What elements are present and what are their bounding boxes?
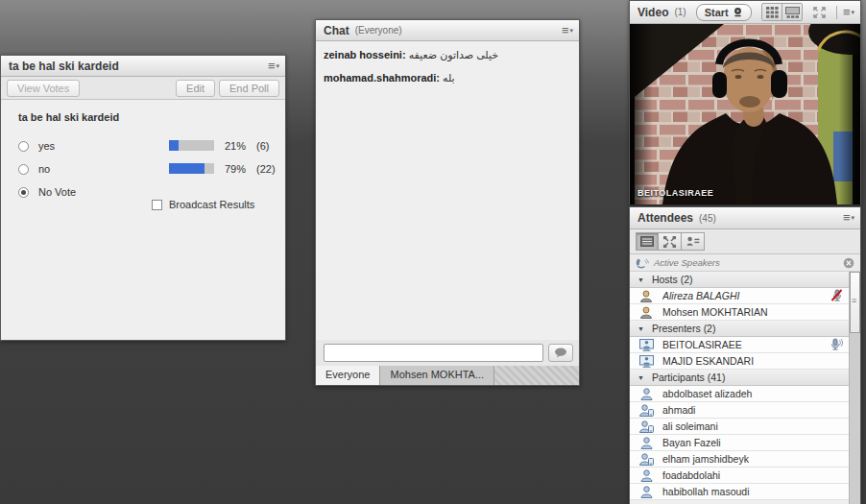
attendees-scrollbar[interactable] [849, 272, 860, 504]
chat-tabs: EveryoneMohsen MOKHTA... [316, 366, 579, 385]
attendee-group-header[interactable]: ▼Hosts (2) [630, 272, 849, 288]
filmstrip-view-button[interactable] [782, 4, 802, 20]
edit-poll-button[interactable]: Edit [176, 80, 215, 97]
attendee-group-header[interactable]: ▼Participants (41) [630, 370, 849, 386]
meeting-stage: ta be hal ski kardeid ≡▾ View Votes Edit… [0, 0, 866, 504]
video-pod: Video (1) Start [629, 0, 861, 204]
participant-icon [638, 437, 654, 449]
attendee-group-header[interactable]: ▼Presenters (2) [630, 321, 849, 337]
broadcast-results-control[interactable]: Broadcast Results [152, 199, 254, 210]
fullscreen-button[interactable] [810, 4, 829, 20]
webcam-icon [733, 7, 743, 17]
active-speakers-bar: Active Speakers [630, 254, 860, 272]
start-webcam-label: Start [705, 7, 729, 18]
chat-menu-icon[interactable]: ≡▾ [562, 26, 573, 36]
webcam-video-frame [630, 24, 860, 204]
video-view-toggle [761, 3, 803, 21]
attendee-card-view-button[interactable] [682, 232, 705, 251]
mic-muted-icon [830, 289, 843, 303]
broadcast-results-label: Broadcast Results [169, 199, 254, 210]
collapse-triangle-icon[interactable]: ▼ [637, 325, 644, 332]
attendee-row[interactable]: MAJID ESKANDARI [630, 353, 849, 370]
attendee-list-view-button[interactable] [636, 232, 659, 251]
poll-option-radio[interactable] [18, 141, 29, 152]
end-poll-button[interactable]: End Poll [219, 80, 279, 97]
chat-pod-header: Chat (Everyone) ≡▾ [316, 20, 579, 41]
attendees-pod-header: Attendees (45) ≡▾ [630, 207, 860, 229]
close-icon[interactable] [843, 257, 854, 269]
video-speaker-label: BEITOLASIRAEE [637, 188, 713, 198]
poll-result-bar [169, 140, 214, 151]
attendee-row[interactable]: ali soleimani [630, 419, 849, 435]
poll-option-radio[interactable] [18, 187, 29, 198]
attendees-menu-icon[interactable]: ≡▾ [843, 213, 854, 223]
fullscreen-icon [813, 7, 826, 18]
poll-option-label: yes [38, 140, 55, 152]
participant-mobile-icon [638, 453, 654, 466]
chat-message-text: بله [443, 72, 455, 84]
chat-send-button[interactable] [548, 344, 573, 362]
grid-view-icon [766, 7, 779, 18]
start-webcam-button[interactable]: Start [696, 4, 752, 21]
attendee-row[interactable]: foadabdolahi [630, 468, 849, 484]
chat-tab[interactable]: Mohsen MOKHTA... [380, 366, 494, 385]
video-menu-icon[interactable]: ≡▾ [843, 8, 854, 17]
attendee-group-label: Presenters (2) [652, 323, 716, 334]
breakout-view-button[interactable] [659, 232, 682, 251]
webcam-feed: BEITOLASIRAEE [630, 24, 860, 204]
attendee-name: Mohsen MOKHTARIAN [662, 306, 843, 318]
poll-count-label: (22) [256, 163, 276, 175]
attendee-name: BEITOLASIRAEE [662, 339, 830, 350]
attendee-row[interactable]: ahmadi [630, 402, 849, 419]
chat-pod: Chat (Everyone) ≡▾ zeinab hosseini: خیلی… [315, 19, 580, 386]
attendee-card-view-icon [686, 236, 700, 247]
attendees-scrollbar-thumb[interactable] [850, 272, 860, 333]
chat-message-sender: zeinab hosseini: [324, 49, 409, 60]
speech-bubble-icon [554, 348, 567, 358]
collapse-triangle-icon[interactable]: ▼ [637, 276, 644, 283]
poll-option-radio[interactable] [18, 164, 29, 175]
poll-option-row: yes21%(6) [18, 134, 285, 157]
view-votes-button[interactable]: View Votes [7, 80, 80, 97]
attendee-row[interactable]: Mohsen MOKHTARIAN [630, 304, 849, 321]
chat-scope: (Everyone) [355, 25, 402, 36]
poll-question: ta be hal ski kardeid [18, 111, 285, 123]
attendee-list: ▼Hosts (2)Alireza BALAGHIMohsen MOKHTARI… [630, 272, 860, 504]
attendee-row[interactable]: Bayan Fazeli [630, 435, 849, 451]
chat-message-sender: mohamad.shahmoradi: [324, 72, 443, 84]
attendee-row[interactable]: habibollah masoudi [630, 484, 849, 500]
filmstrip-view-icon [785, 7, 800, 18]
video-pod-header: Video (1) Start [630, 1, 860, 24]
collapse-triangle-icon[interactable]: ▼ [637, 374, 644, 381]
attendee-name: MAJID ESKANDARI [662, 355, 843, 367]
attendee-row[interactable]: Alireza BALAGHI [630, 288, 849, 304]
video-pod-title: Video [637, 6, 668, 19]
poll-toolbar: View Votes Edit End Poll [1, 77, 285, 100]
poll-option-label: No Vote [38, 186, 76, 198]
poll-pod-title: ta be hal ski kardeid [9, 60, 119, 73]
attendee-row[interactable]: abdolbaset alizadeh [630, 386, 849, 402]
chat-message: zeinab hosseini: خیلی صداتون ضعیفه [324, 49, 571, 61]
participant-icon [638, 469, 654, 482]
chat-pod-title: Chat [324, 24, 349, 37]
host-icon [638, 290, 654, 302]
chat-tab[interactable]: Everyone [316, 366, 380, 385]
video-count: (1) [674, 7, 686, 17]
phone-icon [636, 257, 649, 269]
attendees-toolbar [630, 229, 860, 254]
chat-input-row [316, 340, 579, 366]
poll-option-row: no79%(22) [18, 157, 285, 180]
broadcast-results-checkbox[interactable] [152, 200, 162, 210]
attendee-group-label: Participants (41) [652, 372, 725, 383]
chat-message-list: zeinab hosseini: خیلی صداتون ضعیفهmohama… [316, 41, 579, 340]
list-view-icon [640, 236, 654, 247]
grid-view-button[interactable] [762, 4, 782, 20]
chat-input[interactable] [324, 344, 543, 362]
attendees-pod: Attendees (45) ≡▾ [629, 206, 861, 504]
breakout-view-icon [663, 236, 676, 248]
poll-menu-icon[interactable]: ≡▾ [268, 61, 279, 71]
poll-percent-label: 79% [225, 163, 246, 175]
attendee-row[interactable]: elham jamshidbeyk [630, 451, 849, 468]
attendee-row[interactable]: BEITOLASIRAEE [630, 337, 849, 353]
participant-mobile-icon [638, 404, 654, 417]
